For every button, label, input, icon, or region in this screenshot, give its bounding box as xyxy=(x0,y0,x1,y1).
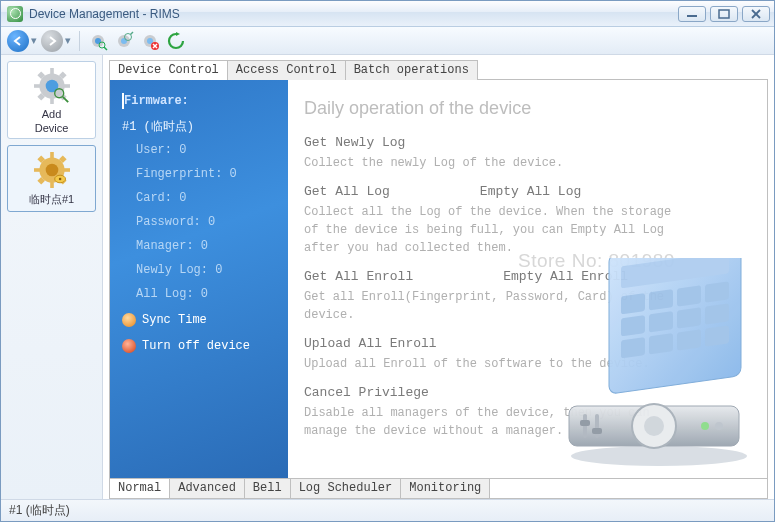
maximize-button[interactable] xyxy=(710,6,738,22)
svg-point-64 xyxy=(715,422,723,430)
btab-bell[interactable]: Bell xyxy=(245,479,291,498)
nav-back-dropdown[interactable]: ▾ xyxy=(29,34,39,47)
svg-rect-55 xyxy=(705,325,729,346)
device-info-pane: Firmware: #1 (临时点) User: 0Fingerprint: 0… xyxy=(110,80,288,478)
tab-device-control[interactable]: Device Control xyxy=(109,60,228,80)
turn-off-label: Turn off device xyxy=(142,339,250,353)
stat-row: Card: 0 xyxy=(136,191,278,205)
add-device-button[interactable]: Add Device xyxy=(7,61,96,139)
device-list: Add Device 临时点#1 xyxy=(1,55,103,499)
device-stats: User: 0Fingerprint: 0Card: 0Password: 0M… xyxy=(136,143,278,301)
window-title: Device Management - RIMS xyxy=(29,7,678,21)
close-button[interactable] xyxy=(742,6,770,22)
operation-desc: Collect all the Log of the device. When … xyxy=(304,203,684,257)
svg-rect-51 xyxy=(705,303,729,324)
toolbar: ▾ ▾ xyxy=(1,27,774,55)
add-device-label1: Add xyxy=(42,108,62,120)
clock-icon xyxy=(122,313,136,327)
svg-rect-54 xyxy=(677,329,701,350)
minimize-button[interactable] xyxy=(678,6,706,22)
svg-point-40 xyxy=(58,178,61,181)
nav-forward-dropdown[interactable]: ▾ xyxy=(63,34,73,47)
titlebar: Device Management - RIMS xyxy=(1,1,774,27)
stat-row: User: 0 xyxy=(136,143,278,157)
svg-point-38 xyxy=(45,164,58,177)
tab-frame: Firmware: #1 (临时点) User: 0Fingerprint: 0… xyxy=(109,79,768,499)
sync-time-label: Sync Time xyxy=(142,313,207,327)
tool-gear-zoom-button[interactable] xyxy=(112,30,136,52)
turn-off-action[interactable]: Turn off device xyxy=(122,339,278,353)
nav-forward-button[interactable] xyxy=(41,30,63,52)
tool-gear-delete-button[interactable] xyxy=(138,30,162,52)
tab-batch-operations[interactable]: Batch operations xyxy=(345,60,478,80)
svg-rect-50 xyxy=(677,307,701,328)
tool-gear-search-button[interactable] xyxy=(86,30,110,52)
svg-line-7 xyxy=(104,47,107,50)
add-device-gear-icon xyxy=(32,66,72,106)
svg-rect-47 xyxy=(705,281,729,302)
svg-rect-60 xyxy=(595,414,599,438)
device-item-1[interactable]: 临时点#1 xyxy=(7,145,96,212)
operation-link[interactable]: Get Newly Log xyxy=(304,135,751,150)
operation-desc: Collect the newly Log of the device. xyxy=(304,154,684,172)
svg-rect-0 xyxy=(687,15,697,17)
stat-row: All Log: 0 xyxy=(136,287,278,301)
sync-time-action[interactable]: Sync Time xyxy=(122,313,278,327)
power-icon xyxy=(122,339,136,353)
tab-access-control[interactable]: Access Control xyxy=(227,60,346,80)
device-gear-icon xyxy=(32,150,72,190)
btab-log-scheduler[interactable]: Log Scheduler xyxy=(291,479,402,498)
btab-advanced[interactable]: Advanced xyxy=(170,479,245,498)
svg-rect-52 xyxy=(621,337,645,358)
svg-point-58 xyxy=(644,416,664,436)
top-tabs: Device Control Access Control Batch oper… xyxy=(109,59,774,79)
app-icon xyxy=(7,6,23,22)
svg-rect-1 xyxy=(719,10,729,18)
btab-monitoring[interactable]: Monitoring xyxy=(401,479,490,498)
stat-row: Password: 0 xyxy=(136,215,278,229)
page-heading: Daily operation of the device xyxy=(304,98,751,119)
operation-link[interactable]: Get All Log xyxy=(304,184,390,199)
svg-point-9 xyxy=(121,38,127,44)
stat-row: Fingerprint: 0 xyxy=(136,167,278,181)
add-device-label2: Device xyxy=(35,122,69,134)
btab-normal[interactable]: Normal xyxy=(110,479,170,498)
svg-rect-53 xyxy=(649,333,673,354)
device-illustration xyxy=(539,258,759,468)
svg-rect-62 xyxy=(592,428,602,434)
stat-row: Newly Log: 0 xyxy=(136,263,278,277)
firmware-header: Firmware: xyxy=(124,94,189,108)
svg-point-13 xyxy=(147,38,153,44)
svg-rect-45 xyxy=(649,289,673,310)
status-text: #1 (临时点) xyxy=(9,502,70,519)
svg-point-63 xyxy=(701,422,709,430)
svg-point-41 xyxy=(571,446,747,466)
svg-rect-61 xyxy=(580,420,590,426)
svg-rect-48 xyxy=(621,315,645,336)
svg-rect-44 xyxy=(621,293,645,314)
statusbar: #1 (临时点) xyxy=(1,499,774,521)
operations-pane: Daily operation of the device Get Newly … xyxy=(288,80,767,478)
bottom-tabs: Normal Advanced Bell Log Scheduler Monit… xyxy=(110,478,767,498)
nav-back-button[interactable] xyxy=(7,30,29,52)
operation-block: Get All LogEmpty All LogCollect all the … xyxy=(304,184,751,257)
operation-block: Get Newly LogCollect the newly Log of th… xyxy=(304,135,751,172)
device-item-label: 临时点#1 xyxy=(29,192,74,207)
svg-rect-49 xyxy=(649,311,673,332)
window-buttons xyxy=(678,6,770,22)
device-name: #1 (临时点) xyxy=(122,120,194,134)
svg-line-11 xyxy=(131,32,134,35)
operation-link[interactable]: Get All Enroll xyxy=(304,269,413,284)
tool-refresh-button[interactable] xyxy=(164,30,188,52)
svg-rect-46 xyxy=(677,285,701,306)
operation-link[interactable]: Empty All Log xyxy=(480,184,581,199)
stat-row: Manager: 0 xyxy=(136,239,278,253)
